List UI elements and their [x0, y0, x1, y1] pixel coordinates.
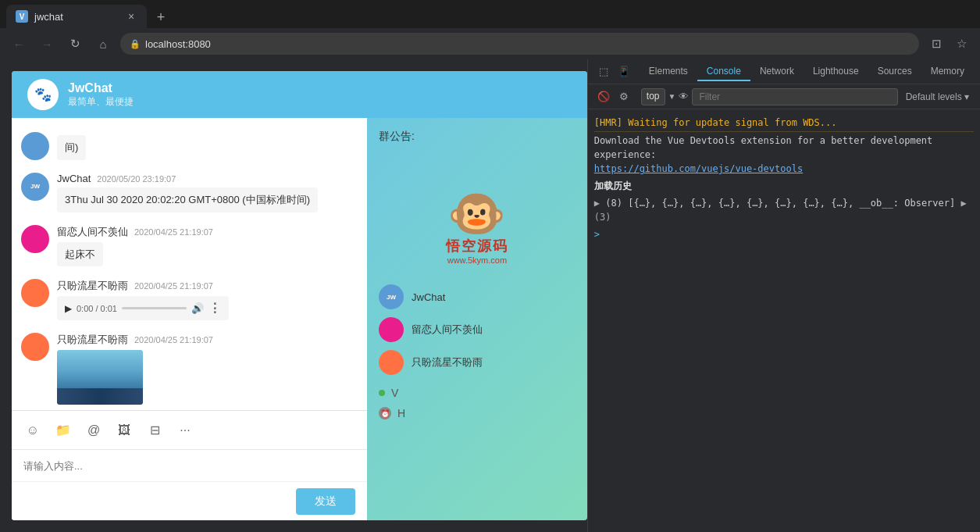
lock-icon: 🔒: [130, 39, 141, 49]
emoji-button[interactable]: ☺: [23, 421, 42, 440]
avatar: [21, 279, 49, 307]
nav-actions: ⊡ ☆: [925, 33, 972, 55]
message-text: 3Thu Jul 30 2020 20:02:20 GMT+0800 (中国标准…: [57, 187, 318, 212]
online-indicator: [379, 390, 385, 396]
clear-console-icon[interactable]: 🚫: [594, 87, 613, 106]
volume-icon[interactable]: 🔊: [191, 302, 204, 314]
log-line: 加载历史: [594, 177, 974, 195]
tab-close-button[interactable]: ×: [125, 10, 137, 23]
chat-input-area: [12, 449, 367, 481]
back-button[interactable]: ←: [8, 33, 30, 55]
tab-title: jwchat: [34, 11, 119, 23]
send-button[interactable]: 发送: [296, 488, 355, 515]
tab-console[interactable]: Console: [697, 62, 750, 81]
image-button[interactable]: 🖼: [115, 421, 134, 440]
address-text: localhost:8080: [145, 38, 211, 50]
context-select[interactable]: top: [641, 88, 665, 105]
browser-tab[interactable]: jwchat ×: [6, 5, 147, 28]
settings-icon[interactable]: ⚙: [615, 87, 633, 106]
navigation-bar: ← → ↻ ⌂ 🔒 localhost:8080 ⊡ ☆: [0, 28, 980, 59]
main-content-area: 🐾 JwChat 最简单、最便捷: [0, 59, 980, 532]
member-item: 只盼流星不盼雨: [379, 350, 576, 375]
member-avatar: [379, 350, 404, 375]
devices-icon[interactable]: 📱: [615, 62, 633, 81]
group-notice: 群公告:: [379, 130, 576, 144]
toolbar-icons: 🚫 ⚙: [594, 87, 633, 106]
message-item: JW JwChat 2020/05/20 23:19:07 3Thu Jul 3…: [12, 166, 367, 219]
chat-logo: 🐾: [27, 79, 59, 110]
audio-time: 0:00 / 0:01: [77, 304, 117, 313]
expand-icon[interactable]: ▶: [594, 198, 600, 209]
reload-button[interactable]: ↻: [64, 33, 86, 55]
member-name: 留恋人间不羡仙: [412, 323, 483, 337]
devtools-panel: ⬚ 📱 Elements Console Network Lighthouse …: [587, 59, 980, 532]
inspect-icon[interactable]: ⬚: [594, 62, 613, 81]
filter-group: top ▼ 👁 Default levels ▾: [641, 88, 974, 105]
dropdown-arrow-icon: ▼: [668, 92, 676, 101]
online-item-v: V: [379, 387, 576, 399]
home-button[interactable]: ⌂: [92, 33, 114, 55]
address-bar[interactable]: 🔒 localhost:8080: [120, 33, 919, 55]
tab-lighthouse[interactable]: Lighthouse: [804, 62, 868, 81]
log-text: Download the Vue Devtools extension for …: [594, 135, 932, 160]
log-levels-dropdown[interactable]: Default levels ▾: [901, 91, 974, 102]
log-line: Download the Vue Devtools extension for …: [594, 132, 974, 177]
more-button[interactable]: ···: [176, 421, 194, 440]
messages-list[interactable]: 间) JW JwChat 2020/05/20 23:19:0: [12, 118, 367, 410]
new-tab-button[interactable]: +: [150, 6, 172, 28]
message-item: 间): [12, 126, 367, 166]
member-name: JwChat: [412, 291, 445, 303]
console-prompt: >: [594, 229, 600, 240]
chat-input[interactable]: [23, 456, 355, 475]
chat-header-info: JwChat 最简单、最便捷: [68, 81, 134, 109]
clock-icon: ⏰: [379, 407, 391, 420]
message-content: 只盼流星不盼雨 2020/04/25 21:19:07 ▶ 0:00 / 0:0…: [57, 279, 358, 320]
message-text: 间): [57, 135, 86, 160]
tab-memory[interactable]: Memory: [921, 62, 974, 81]
play-button[interactable]: ▶: [65, 303, 72, 314]
tab-elements[interactable]: Elements: [640, 62, 697, 81]
eye-icon[interactable]: 👁: [679, 91, 689, 102]
send-button-area: 发送: [12, 481, 367, 520]
at-button[interactable]: @: [84, 421, 103, 440]
log-text: [HMR] Waiting for update signal from WDS…: [594, 117, 837, 128]
message-header: 留恋人间不羡仙 2020/04/25 21:19:07: [57, 225, 358, 239]
online-item-h: ⏰ H: [379, 407, 576, 420]
message-content: JwChat 2020/05/20 23:19:07 3Thu Jul 30 2…: [57, 173, 358, 212]
tab-network[interactable]: Network: [750, 62, 804, 81]
devtools-console-output: [HMR] Waiting for update signal from WDS…: [588, 109, 980, 532]
watermark-image: 🐵 悟空源码 www.5kym.com: [430, 167, 524, 261]
filter-input[interactable]: [692, 88, 897, 105]
message-item: 只盼流星不盼雨 2020/04/25 21:19:07 ▶ 0:00 / 0:0…: [12, 273, 367, 327]
folder-button[interactable]: 📁: [54, 421, 73, 440]
message-content: 间): [57, 132, 358, 160]
audio-progress-container[interactable]: [122, 307, 187, 309]
audio-progress-track: [122, 307, 187, 309]
log-line: ▶ (8) [{…}, {…}, {…}, {…}, {…}, {…}, {…}…: [594, 195, 974, 226]
more-options-icon[interactable]: ⋮: [208, 301, 221, 316]
chat-application: 🐾 JwChat 最简单、最便捷: [12, 71, 587, 520]
member-item: JW JwChat: [379, 284, 576, 309]
message-header: JwChat 2020/05/20 23:19:07: [57, 173, 358, 184]
message-sender: 只盼流星不盼雨: [57, 279, 128, 293]
message-time: 2020/04/25 21:19:07: [134, 281, 213, 291]
forward-button[interactable]: →: [36, 33, 58, 55]
avatar: [21, 333, 49, 361]
member-item: 留恋人间不羡仙: [379, 317, 576, 342]
screenshot-button[interactable]: ⊟: [145, 421, 164, 440]
devtools-link[interactable]: https://github.com/vuejs/vue-devtools: [594, 162, 974, 176]
message-header: 只盼流星不盼雨 2020/04/25 21:19:07: [57, 279, 358, 293]
message-time: 2020/04/25 21:19:07: [134, 335, 213, 345]
message-text: 起床不: [57, 242, 103, 267]
group-panel: 群公告: 🐵 悟空源码 www.5kym.com: [367, 118, 587, 520]
message-item: 留恋人间不羡仙 2020/04/25 21:19:07 起床不: [12, 219, 367, 273]
cast-button[interactable]: ⊡: [925, 33, 947, 55]
log-line: >: [594, 226, 974, 243]
message-image[interactable]: [57, 350, 143, 405]
tab-sources[interactable]: Sources: [868, 62, 921, 81]
avatar: JW: [21, 173, 49, 201]
message-content: 只盼流星不盼雨 2020/04/25 21:19:07: [57, 333, 358, 405]
avatar: [21, 132, 49, 160]
message-sender: 留恋人间不羡仙: [57, 225, 128, 239]
star-button[interactable]: ☆: [950, 33, 972, 55]
